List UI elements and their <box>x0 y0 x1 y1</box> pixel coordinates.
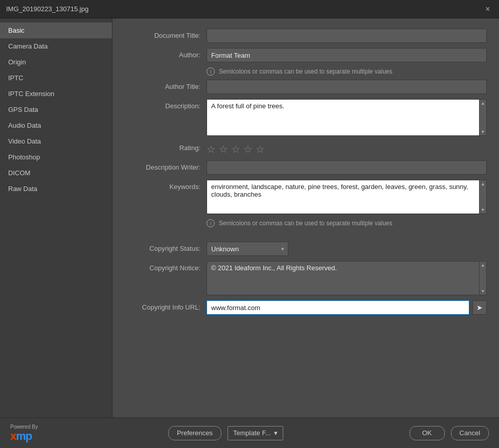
sidebar: Basic Camera Data Origin IPTC IPTC Exten… <box>0 18 112 417</box>
copyright-scroll-up[interactable]: ▲ <box>481 263 485 268</box>
url-go-button[interactable]: ➤ <box>472 300 487 315</box>
description-label: Description: <box>125 99 207 110</box>
close-button[interactable]: × <box>483 4 493 14</box>
author-control <box>207 48 487 62</box>
title-bar: IMG_20190223_130715.jpg × <box>0 0 499 18</box>
xmp-mp: mp <box>16 430 32 442</box>
copyright-status-dropdown-wrapper: Unknown Copyrighted Public Domain ▾ <box>207 242 288 256</box>
copyright-url-input[interactable] <box>207 300 469 315</box>
star-1[interactable]: ☆ <box>207 143 216 155</box>
keywords-textarea[interactable]: environment, landscape, nature, pine tre… <box>207 180 479 214</box>
description-textarea-wrapper: A forest full of pine trees. ▲ ▼ <box>207 99 487 136</box>
template-dropdown-icon: ▾ <box>274 429 278 437</box>
copyright-notice-wrapper: © 2021 Ideaform Inc., All Rights Reserve… <box>207 261 487 295</box>
xmp-logo-text: xmp <box>10 431 32 442</box>
author-label: Author: <box>125 48 207 59</box>
author-title-row: Author Title: <box>125 80 487 94</box>
copyright-notice-scrollbar: ▲ ▼ <box>479 262 486 295</box>
cancel-button[interactable]: Cancel <box>451 426 489 440</box>
author-title-control <box>207 80 487 94</box>
keywords-info-row: i Semicolons or commas can be used to se… <box>125 219 487 227</box>
template-dropdown-button[interactable]: Template F... ▾ <box>228 426 283 440</box>
description-textarea[interactable]: A forest full of pine trees. <box>207 100 479 135</box>
star-2[interactable]: ☆ <box>219 143 228 155</box>
description-scroll-up[interactable]: ▲ <box>481 101 485 106</box>
author-row: Author: <box>125 48 487 62</box>
copyright-scroll-down[interactable]: ▼ <box>481 289 485 294</box>
keywords-info-text: Semicolons or commas can be used to sepa… <box>219 220 393 227</box>
copyright-notice-row: Copyright Notice: © 2021 Ideaform Inc., … <box>125 261 487 295</box>
description-row: Description: A forest full of pine trees… <box>125 99 487 136</box>
sidebar-item-audio-data[interactable]: Audio Data <box>0 117 112 133</box>
copyright-url-row: Copyright Info URL: ➤ <box>125 300 487 315</box>
author-info-icon: i <box>207 67 215 76</box>
rating-stars: ☆ ☆ ☆ ☆ ☆ <box>207 141 487 155</box>
description-writer-input[interactable] <box>207 160 487 175</box>
bottom-bar: Powered By xmp Preferences Template F...… <box>0 417 499 448</box>
rating-label: Rating: <box>125 141 207 152</box>
template-label: Template F... <box>233 429 271 437</box>
sidebar-item-origin[interactable]: Origin <box>0 54 112 70</box>
keywords-scrollbar: ▲ ▼ <box>479 180 486 214</box>
rating-control: ☆ ☆ ☆ ☆ ☆ <box>207 141 487 155</box>
description-writer-label: Description Writer: <box>125 160 207 171</box>
keywords-info-icon: i <box>207 219 215 227</box>
author-title-input[interactable] <box>207 80 487 94</box>
sidebar-item-gps-data[interactable]: GPS Data <box>0 102 112 117</box>
star-5[interactable]: ☆ <box>256 143 265 155</box>
ok-button[interactable]: OK <box>410 426 445 440</box>
keywords-scroll-down[interactable]: ▼ <box>481 207 485 213</box>
keywords-row: Keywords: environment, landscape, nature… <box>125 180 487 214</box>
main-layout: Basic Camera Data Origin IPTC IPTC Exten… <box>0 18 499 417</box>
content-area: Document Title: Author: i Semicolons or … <box>112 18 499 417</box>
keywords-textarea-wrapper: environment, landscape, nature, pine tre… <box>207 180 487 214</box>
xmp-x: x <box>10 430 16 442</box>
copyright-notice-control: © 2021 Ideaform Inc., All Rights Reserve… <box>207 261 487 295</box>
star-4[interactable]: ☆ <box>243 143 253 155</box>
sidebar-item-iptc-extension[interactable]: IPTC Extension <box>0 86 112 102</box>
powered-by-text: Powered By <box>10 424 38 430</box>
description-control: A forest full of pine trees. ▲ ▼ <box>207 99 487 136</box>
keywords-label: Keywords: <box>125 180 207 191</box>
author-input[interactable] <box>207 48 487 62</box>
description-scroll-down[interactable]: ▼ <box>481 129 485 134</box>
copyright-status-select[interactable]: Unknown Copyrighted Public Domain <box>207 242 288 256</box>
sidebar-item-iptc[interactable]: IPTC <box>0 70 112 86</box>
description-writer-control <box>207 160 487 175</box>
copyright-url-control: ➤ <box>207 300 487 315</box>
document-title-input[interactable] <box>207 29 487 43</box>
copyright-url-label: Copyright Info URL: <box>125 300 207 311</box>
sidebar-item-photoshop[interactable]: Photoshop <box>0 149 112 165</box>
copyright-status-row: Copyright Status: Unknown Copyrighted Pu… <box>125 242 487 256</box>
window-title: IMG_20190223_130715.jpg <box>6 5 88 13</box>
copyright-notice-label: Copyright Notice: <box>125 261 207 272</box>
url-row: ➤ <box>207 300 487 315</box>
keywords-scroll-up[interactable]: ▲ <box>481 181 485 186</box>
author-info-row: i Semicolons or commas can be used to se… <box>125 67 487 76</box>
document-title-label: Document Title: <box>125 29 207 39</box>
document-title-control <box>207 29 487 43</box>
copyright-status-label: Copyright Status: <box>125 242 207 252</box>
sidebar-item-raw-data[interactable]: Raw Data <box>0 181 112 197</box>
author-info-text: Semicolons or commas can be used to sepa… <box>219 68 393 75</box>
author-title-label: Author Title: <box>125 80 207 90</box>
description-writer-row: Description Writer: <box>125 160 487 175</box>
sidebar-item-video-data[interactable]: Video Data <box>0 133 112 149</box>
sidebar-item-camera-data[interactable]: Camera Data <box>0 38 112 54</box>
copyright-notice-textarea[interactable]: © 2021 Ideaform Inc., All Rights Reserve… <box>207 262 479 295</box>
sidebar-item-basic[interactable]: Basic <box>0 22 112 38</box>
description-scrollbar: ▲ ▼ <box>479 100 486 135</box>
preferences-button[interactable]: Preferences <box>168 426 221 440</box>
keywords-control: environment, landscape, nature, pine tre… <box>207 180 487 214</box>
xmp-logo: Powered By xmp <box>10 424 38 442</box>
rating-row: Rating: ☆ ☆ ☆ ☆ ☆ <box>125 141 487 155</box>
copyright-status-control: Unknown Copyrighted Public Domain ▾ <box>207 242 487 256</box>
document-title-row: Document Title: <box>125 29 487 43</box>
star-3[interactable]: ☆ <box>231 143 240 155</box>
sidebar-item-dicom[interactable]: DICOM <box>0 165 112 181</box>
